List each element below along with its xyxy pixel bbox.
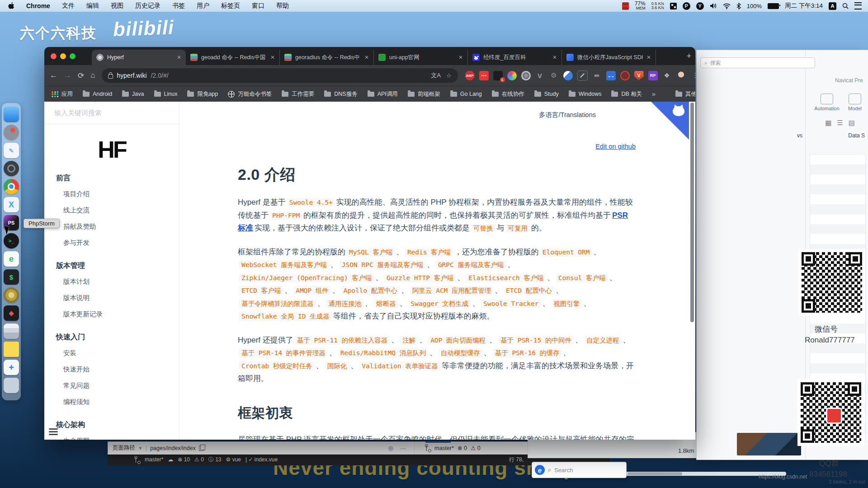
url-path[interactable]: /2.0/#/ [151,72,169,79]
bookmark-item[interactable]: 在线协作 [492,90,524,98]
gear-extension-icon[interactable]: ⚙ [549,71,559,80]
mini-search-window[interactable]: e ⌕ Search [532,462,627,478]
x-app-icon[interactable]: X [4,197,19,212]
menu-item[interactable]: 编辑 [86,2,99,10]
reload-button[interactable]: ⟳ [78,71,84,80]
detail-view-icon[interactable]: ▤ [849,119,855,127]
sidebar-nav-item[interactable]: 项目介绍 [56,186,179,202]
bookmark-item[interactable]: Windows [569,90,602,98]
other-bookmarks[interactable]: 其他书签 [675,90,695,98]
framework-label[interactable]: ⚙ vue [226,456,241,463]
chrome-dock-icon[interactable] [4,179,19,194]
back-button[interactable]: ← [50,71,57,80]
browser-tab[interactable]: 微信小程序JavaScript SDK [562,50,656,65]
menu-item[interactable]: 用户 [197,2,209,10]
red-extension-icon[interactable]: ⋯ [479,71,489,80]
sidebar-nav-item[interactable]: 线上交流 [56,202,179,218]
bookmark-item[interactable]: 工作需要 [282,90,314,98]
adblock-extension-icon[interactable]: ABP [465,71,475,80]
browser-tab[interactable]: georadius 命令 -- Redis中 [280,50,374,65]
navicat-view-switcher[interactable]: ▦ ☰ ▤ [825,119,855,127]
bookmark-item[interactable]: Go Lang [450,90,482,98]
tab-close-icon[interactable] [552,54,557,61]
scrollbar-thumb[interactable] [628,472,682,475]
more-icon[interactable]: ··· [401,445,406,451]
memory-status[interactable]: 77% MEM [635,1,646,10]
menu-item[interactable]: 文件 [62,2,75,10]
design-app-icon[interactable]: ◆ [4,305,19,321]
bookmark-item[interactable]: Linux [154,90,178,98]
menu-item[interactable]: 书签 [172,2,185,10]
translate-icon[interactable]: 文A [431,71,441,80]
clock[interactable]: 周二 下午3:14 [785,2,823,10]
sidebar-nav-item[interactable]: 参与开发 [56,235,179,251]
lock-icon[interactable] [108,74,113,79]
sidebar-nav-item[interactable]: 生命周期 [56,432,179,440]
new-tab-button[interactable]: + [683,50,695,62]
bookmark-item[interactable]: API调用 [368,90,398,98]
error-count[interactable]: ⊗ 0 [458,445,467,451]
bookmark-item[interactable]: DNS服务 [324,90,357,98]
chrome-menu-icon[interactable]: ⋮ [692,71,695,80]
sidebar-nav-item[interactable]: 版本管理 [56,258,179,273]
editor-app-icon[interactable]: ✎ [4,143,19,158]
bookmark-star-icon[interactable]: ☆ [446,72,452,79]
page-scrollbar-thumb[interactable] [690,103,694,322]
browser-tab[interactable]: geoadd 命令 -- Redis中国 [186,50,280,65]
navicat-tab-left[interactable]: vs [797,132,802,139]
volume-icon[interactable] [710,3,717,9]
dial-app-icon[interactable] [4,161,19,176]
bookmark-item[interactable]: 前端框架 [408,90,440,98]
copy-icon[interactable] [199,446,204,451]
shield-extension-icon[interactable]: V [634,71,644,80]
drive-icon[interactable]: Y [696,2,704,10]
error-count[interactable]: ⊗ 10 [178,456,190,463]
forward-button[interactable]: → [64,71,71,80]
bookmark-item[interactable]: 万能命令书签 [228,90,272,98]
media-status-icon[interactable] [622,2,629,10]
close-window-button[interactable] [51,53,57,59]
navicat-search-box[interactable]: ⌕ 搜索 [700,57,815,68]
navicat-tab-right[interactable]: Data S [848,132,865,139]
bookmark-item[interactable]: Android [83,90,112,98]
menu-item[interactable]: 窗口 [252,2,264,10]
git-branch-name[interactable]: master* [145,456,163,463]
warning-count[interactable]: ⚠ 0 [471,445,481,451]
terminal-icon[interactable]: >_ [4,233,19,249]
active-file[interactable]: | ✓ index.vue [245,456,278,463]
bookmark-item[interactable]: 限免app [187,90,218,98]
paint-app-icon[interactable] [4,125,19,140]
bookmarks-overflow-icon[interactable]: » [652,90,656,98]
page-path[interactable]: pages/index/index [150,445,196,451]
v-extension-icon[interactable]: V [535,71,545,80]
finance-app-icon[interactable]: $ [4,269,19,285]
sync-icon[interactable]: ☁ [168,456,173,463]
stickies-icon[interactable] [4,342,19,357]
page-scrollbar[interactable] [689,102,695,440]
sidebar-nav-item[interactable]: 快速入门 [56,329,179,345]
sidebar-nav-item[interactable]: 版本计划 [56,273,179,290]
download-extension-icon[interactable]: ⌄⌄ [606,71,616,80]
bookmark-item[interactable]: DB 相关 [611,90,642,98]
bookmark-item[interactable]: Study [534,90,559,98]
add-app-icon[interactable]: + [4,360,19,375]
translate-extension-icon[interactable]: en [592,71,602,80]
menu-item[interactable]: 标签页 [221,2,240,10]
rp-extension-icon[interactable]: RP [648,71,658,80]
zoom-window-button[interactable] [70,53,75,59]
breadcrumb-label[interactable]: 页面路径 [113,444,135,452]
edit-github-link[interactable]: Edit on github [595,143,636,150]
menu-item[interactable]: 视图 [111,2,123,10]
dark-extension-icon[interactable]: 1 [493,71,503,80]
menu-app-name[interactable]: Chrome [26,2,50,9]
wifi-icon[interactable] [723,3,731,9]
finder-icon[interactable] [4,107,19,122]
navicat-tool-model[interactable]: Model [845,94,865,111]
sidebar-search-input[interactable] [44,102,179,124]
notes-app-icon[interactable]: e [4,251,19,267]
sidebar-toggle-icon[interactable] [49,427,58,437]
warning-count[interactable]: ⚠ 0 [194,456,204,463]
apple-icon[interactable] [8,2,14,9]
sidebar-nav-item[interactable]: 安装 [56,345,179,361]
sidebar-nav-item[interactable]: 版本说明 [56,290,179,306]
